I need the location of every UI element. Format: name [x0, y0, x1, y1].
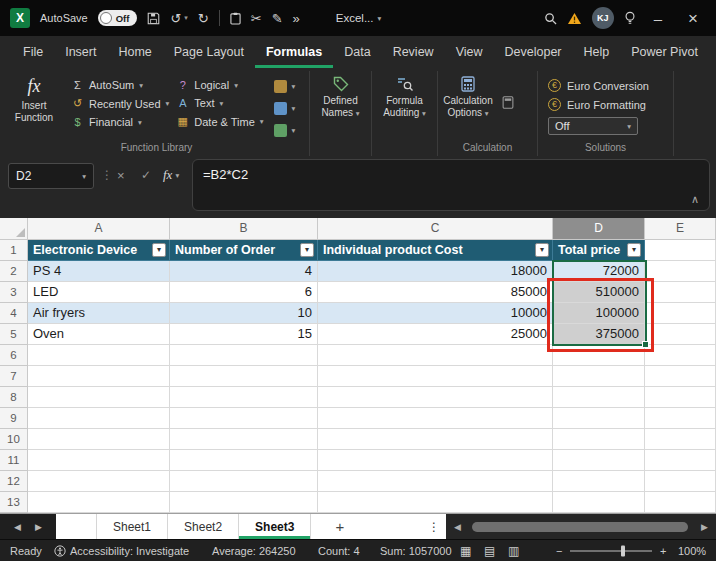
- cell-B3[interactable]: 6: [170, 282, 318, 303]
- row-header-10[interactable]: 10: [0, 429, 28, 450]
- normal-view-icon[interactable]: ▦: [460, 544, 471, 558]
- cell-C5[interactable]: 25000: [318, 324, 553, 345]
- cell-E13[interactable]: [645, 492, 716, 513]
- ribbon-tab-home[interactable]: Home: [107, 36, 162, 68]
- scroll-right-icon[interactable]: ▶: [701, 514, 708, 539]
- cut-icon[interactable]: ✂: [251, 12, 262, 25]
- column-header-B[interactable]: B: [170, 218, 318, 240]
- cell-E3[interactable]: [645, 282, 716, 303]
- filter-button-D1[interactable]: ▾: [627, 243, 641, 257]
- cell-A12[interactable]: [28, 471, 170, 492]
- cell-A7[interactable]: [28, 366, 170, 387]
- text-functions-button[interactable]: A Text ▾: [176, 97, 263, 109]
- cell-E6[interactable]: [645, 345, 716, 366]
- cell-E5[interactable]: [645, 324, 716, 345]
- cell-D1[interactable]: Total price▾: [553, 240, 645, 261]
- cell-B11[interactable]: [170, 450, 318, 471]
- row-header-6[interactable]: 6: [0, 345, 28, 366]
- more-commands-icon[interactable]: »: [293, 12, 300, 25]
- clipboard-icon[interactable]: [230, 12, 241, 25]
- excel-app-icon[interactable]: X: [10, 8, 30, 28]
- recently-used-button[interactable]: ↺ Recently Used ▾: [71, 97, 169, 110]
- cell-A11[interactable]: [28, 450, 170, 471]
- cell-B6[interactable]: [170, 345, 318, 366]
- cancel-icon[interactable]: ×: [117, 168, 125, 183]
- row-header-4[interactable]: 4: [0, 303, 28, 324]
- sheetbar-menu-icon[interactable]: ⋮: [428, 514, 440, 539]
- logical-button[interactable]: ? Logical ▾: [176, 79, 263, 91]
- math-trig-button[interactable]: ▾: [274, 102, 296, 115]
- cell-A3[interactable]: LED: [28, 282, 170, 303]
- cell-E8[interactable]: [645, 387, 716, 408]
- cell-D8[interactable]: [553, 387, 645, 408]
- avatar[interactable]: KJ: [592, 7, 614, 29]
- cell-E7[interactable]: [645, 366, 716, 387]
- sheet-tab-sheet3[interactable]: Sheet3: [239, 514, 311, 539]
- row-header-13[interactable]: 13: [0, 492, 28, 513]
- cell-C4[interactable]: 10000: [318, 303, 553, 324]
- cell-B8[interactable]: [170, 387, 318, 408]
- cell-A13[interactable]: [28, 492, 170, 513]
- cell-C9[interactable]: [318, 408, 553, 429]
- cell-B12[interactable]: [170, 471, 318, 492]
- sheet-prev-icon[interactable]: ◀: [14, 522, 21, 532]
- insert-function-icon[interactable]: fx ▾: [163, 167, 179, 183]
- cell-E2[interactable]: [645, 261, 716, 282]
- column-header-E[interactable]: E: [645, 218, 716, 240]
- row-header-11[interactable]: 11: [0, 450, 28, 471]
- cell-B4[interactable]: 10: [170, 303, 318, 324]
- filter-button-C1[interactable]: ▾: [535, 243, 549, 257]
- row-header-5[interactable]: 5: [0, 324, 28, 345]
- enter-icon[interactable]: ✓: [141, 168, 151, 182]
- drag-handle-icon[interactable]: ⋮: [101, 168, 113, 182]
- sheet-tab-sheet2[interactable]: Sheet2: [168, 514, 239, 539]
- cell-A6[interactable]: [28, 345, 170, 366]
- cell-D10[interactable]: [553, 429, 645, 450]
- calculation-options-button[interactable]: Calculation Options ▾: [438, 71, 498, 119]
- selection-fill-handle[interactable]: [642, 341, 649, 348]
- cell-D2[interactable]: 72000: [553, 261, 645, 282]
- cell-D3[interactable]: 510000: [553, 282, 645, 303]
- cell-B1[interactable]: Number of Order▾: [170, 240, 318, 261]
- insert-function-button[interactable]: fx Insert Function: [4, 71, 64, 124]
- select-all-corner[interactable]: [0, 218, 28, 240]
- horizontal-scrollbar[interactable]: ◀ ▶: [446, 514, 716, 539]
- page-break-view-icon[interactable]: ▥: [508, 544, 519, 558]
- search-icon[interactable]: [544, 12, 557, 25]
- zoom-level[interactable]: 100%: [678, 545, 706, 557]
- cell-B5[interactable]: 15: [170, 324, 318, 345]
- formula-input[interactable]: =B2*C2 ∧: [192, 159, 710, 211]
- undo-icon[interactable]: ↺: [170, 12, 181, 25]
- row-header-8[interactable]: 8: [0, 387, 28, 408]
- cell-A10[interactable]: [28, 429, 170, 450]
- column-header-C[interactable]: C: [318, 218, 553, 240]
- cell-D13[interactable]: [553, 492, 645, 513]
- cell-C12[interactable]: [318, 471, 553, 492]
- cell-A8[interactable]: [28, 387, 170, 408]
- autosum-button[interactable]: Σ AutoSum ▾: [71, 79, 169, 91]
- add-sheet-button[interactable]: +: [335, 514, 344, 539]
- zoom-slider[interactable]: [570, 540, 652, 561]
- redo-icon[interactable]: ↻: [198, 12, 209, 25]
- page-layout-view-icon[interactable]: ▤: [484, 544, 495, 558]
- row-header-9[interactable]: 9: [0, 408, 28, 429]
- cell-C1[interactable]: Individual product Cost▾: [318, 240, 553, 261]
- euro-formatting-button[interactable]: € Euro Formatting: [548, 98, 649, 111]
- cell-D6[interactable]: [553, 345, 645, 366]
- warning-icon[interactable]: [567, 12, 582, 25]
- column-header-A[interactable]: A: [28, 218, 170, 240]
- cell-A9[interactable]: [28, 408, 170, 429]
- close-button[interactable]: ×: [680, 10, 706, 27]
- filter-button-B1[interactable]: ▾: [300, 243, 314, 257]
- zoom-out-button[interactable]: −: [556, 545, 562, 557]
- accessibility-status[interactable]: Accessibility: Investigate: [70, 545, 189, 557]
- ribbon-tab-insert[interactable]: Insert: [54, 36, 107, 68]
- save-icon[interactable]: [147, 12, 160, 25]
- ribbon-tab-table-design[interactable]: Table Design: [709, 36, 716, 68]
- cell-D7[interactable]: [553, 366, 645, 387]
- cell-E9[interactable]: [645, 408, 716, 429]
- row-header-1[interactable]: 1: [0, 240, 28, 261]
- financial-button[interactable]: $ Financial ▾: [71, 116, 169, 128]
- lightbulb-icon[interactable]: [624, 11, 636, 25]
- cell-D4[interactable]: 100000: [553, 303, 645, 324]
